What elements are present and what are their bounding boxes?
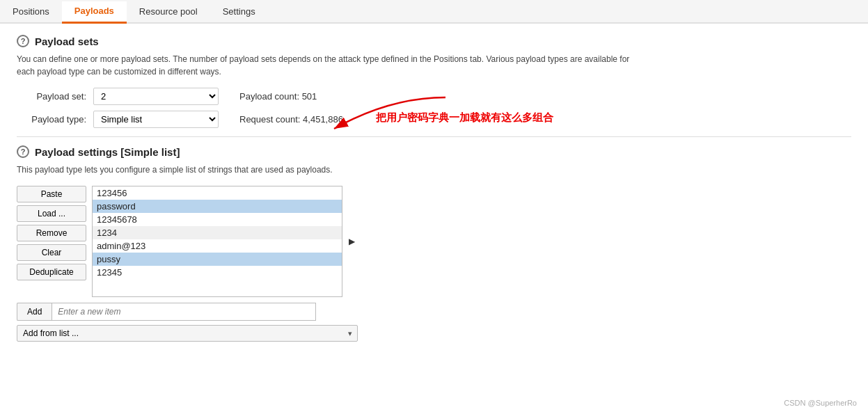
payload-sets-help-icon[interactable]: ?	[17, 35, 29, 47]
payload-count-value: 501	[302, 91, 317, 102]
list-item[interactable]: 1234	[93, 226, 342, 239]
add-from-list-wrapper: Add from list ...	[17, 325, 358, 342]
remove-button[interactable]: Remove	[17, 225, 86, 241]
tab-payloads[interactable]: Payloads	[62, 1, 127, 24]
new-item-input[interactable]	[52, 303, 316, 321]
list-item[interactable]: password	[93, 200, 342, 213]
payload-sets-header: ? Payload sets	[17, 35, 851, 47]
payload-listbox[interactable]: 123456 password 12345678 1234 admin@123 …	[92, 186, 342, 297]
request-count-label: Request count: 4,451,886	[239, 114, 343, 125]
deduplicate-button[interactable]: Deduplicate	[17, 264, 86, 280]
tab-positions[interactable]: Positions	[0, 1, 62, 22]
payload-settings-section: ? Payload settings [Simple list] This pa…	[17, 145, 851, 342]
tab-settings[interactable]: Settings	[210, 1, 268, 22]
list-buttons: Paste Load ... Remove Clear Deduplicate	[17, 186, 86, 297]
payload-settings-help-icon[interactable]: ?	[17, 145, 29, 158]
payload-set-row: Payload set: 2 1 3 4 Payload count: 501	[17, 88, 851, 105]
main-content: ? Payload sets You can define one or mor…	[0, 24, 868, 353]
load-button[interactable]: Load ...	[17, 205, 86, 222]
request-count-value: 4,451,886	[303, 114, 343, 125]
payload-count-label: Payload count: 501	[239, 91, 317, 102]
payload-listbox-wrapper: 123456 password 12345678 1234 admin@123 …	[92, 186, 342, 297]
list-item[interactable]: 12345	[93, 266, 342, 279]
payload-sets-description: You can define one or more payload sets.…	[17, 53, 643, 78]
clear-button[interactable]: Clear	[17, 244, 86, 261]
payload-set-label: Payload set:	[17, 91, 86, 102]
list-item[interactable]: pussy	[93, 253, 342, 266]
payload-settings-description: This payload type lets you configure a s…	[17, 164, 643, 176]
list-item[interactable]: admin@123	[93, 239, 342, 253]
payload-settings-title: Payload settings [Simple list]	[35, 146, 180, 158]
payload-type-label: Payload type:	[17, 114, 86, 125]
payload-sets-title: Payload sets	[35, 35, 99, 47]
add-item-row: Add	[17, 303, 851, 321]
list-area: Paste Load ... Remove Clear Deduplicate …	[17, 186, 851, 297]
watermark: CSDN @SuperherRo	[784, 399, 857, 407]
scroll-arrow: ▶	[349, 237, 355, 246]
tabs-bar: Positions Payloads Resource pool Setting…	[0, 0, 868, 24]
section-divider	[17, 136, 851, 137]
payload-type-row: Payload type: Simple list Runtime file C…	[17, 111, 851, 128]
paste-button[interactable]: Paste	[17, 186, 86, 202]
add-from-list-select[interactable]: Add from list ...	[17, 325, 358, 342]
list-item[interactable]: 123456	[93, 186, 342, 200]
payload-settings-header: ? Payload settings [Simple list]	[17, 145, 851, 158]
add-button[interactable]: Add	[17, 303, 52, 321]
tab-resource-pool[interactable]: Resource pool	[127, 1, 210, 22]
payload-set-select[interactable]: 2 1 3 4	[93, 88, 219, 105]
list-item[interactable]: 12345678	[93, 213, 342, 226]
payload-type-select[interactable]: Simple list Runtime file Custom iterator…	[93, 111, 219, 128]
add-from-list-row: Add from list ...	[17, 325, 851, 342]
